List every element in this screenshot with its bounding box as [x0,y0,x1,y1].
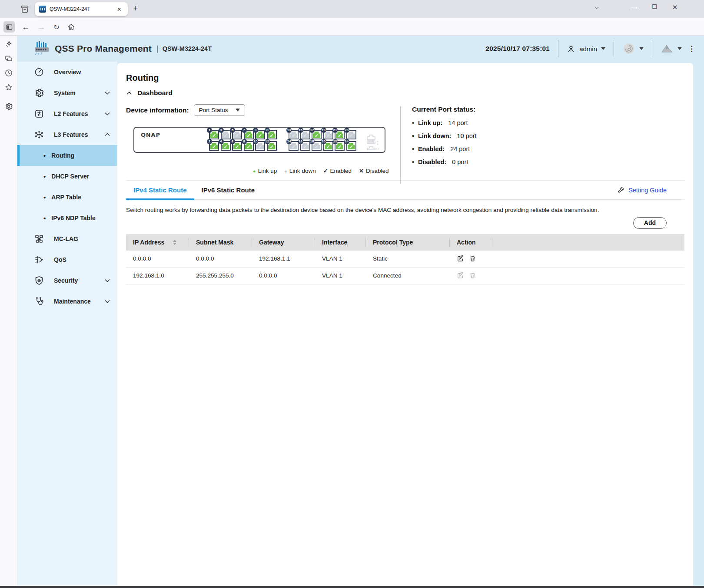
switch-port: 14 ✓ [289,141,299,151]
more-options-dots-icon[interactable]: ⋮ [688,44,695,53]
port-number-badge: 8 [242,139,247,144]
history-clock-icon[interactable] [4,69,13,77]
legend-label: Disabled [366,168,389,174]
back-button[interactable]: ← [20,21,31,33]
sidebar-item-ipv6-ndp-table[interactable]: • IPv6 NDP Table [17,208,117,228]
chevron-icon [104,131,111,138]
tab-label: IPv6 Static Route [202,186,255,194]
vertical-divider [400,106,401,184]
sidebar-item-label: Overview [54,69,81,76]
port-enabled-check-icon: ✓ [347,132,355,139]
switch-port: 22 ✓ [335,141,345,151]
window-maximize-button[interactable]: ☐ [648,3,661,10]
delete-icon[interactable] [469,272,476,279]
ai-sparkle-icon[interactable] [4,40,13,49]
sidebar-item-l3-features[interactable]: • L3 Features [17,124,117,145]
port-enabled-check-icon: ✓ [335,132,344,139]
sidebar-item-label: IPv6 NDP Table [51,215,95,221]
table-column-header-ip: IP Address [126,234,189,251]
browser-tab-strip: QSW-M3224-24T ✕ + — ☐ ✕ [0,0,704,18]
edit-icon[interactable] [457,272,464,279]
sidebar-item-label: L2 Features [54,110,88,117]
bookmarks-star-icon[interactable] [4,83,13,92]
tab-list-chevron-icon[interactable] [594,5,607,11]
add-button[interactable]: Add [633,217,667,229]
sidebar-item-qos[interactable]: • QoS [17,249,117,270]
window-minimize-button[interactable]: — [628,3,641,11]
delete-icon[interactable] [469,255,476,262]
sort-icon[interactable] [173,240,176,245]
network-tool-menu[interactable] [661,43,682,54]
port-status-select[interactable]: Port Status [194,104,245,116]
reload-button[interactable]: ↻ [51,21,62,33]
console-ports-icon [363,130,380,152]
edit-icon[interactable] [457,255,464,262]
port-status-value: 14 port [448,119,468,126]
sidebar-item-maintenance[interactable]: • Maintenance [17,291,117,312]
sidebar-item-l2-features[interactable]: • L2 Features [17,103,117,124]
switch-port: 20 ✓ [323,141,333,151]
home-button[interactable] [66,21,77,33]
port-number-badge: 16 [298,139,303,144]
sidebar-item-mc-lag[interactable]: • MC-LAG [17,228,117,249]
sidebar-item-label: Maintenance [54,298,91,305]
locate-device-menu[interactable] [622,42,644,55]
port-enabled-check-icon: ✓ [312,144,321,150]
tab-ipv6-static-route[interactable]: IPv6 Static Route [194,181,262,199]
device-name: QSW-M3224-24T [163,45,212,52]
cell-subnet-mask: 255.255.255.0 [189,272,252,279]
firefox-view-icon[interactable] [20,4,30,14]
port-enabled-check-icon: ✓ [210,132,218,139]
route-table-header: IP Address Subnet Mask Gateway Interface… [126,234,684,251]
bullet-icon: • [43,215,46,222]
sidebar-item-icon [34,129,44,140]
switch-port: 18 ✓ [312,141,322,151]
sidebar-item-icon [34,234,44,244]
chevron-icon [104,277,111,284]
forward-button[interactable]: → [36,21,47,33]
route-tabs: IPv4 Static Route IPv6 Static Route Sett… [126,181,684,200]
new-tab-button[interactable]: + [133,3,138,13]
sidebar-item-icon [34,109,44,119]
qss-logo-icon [33,41,50,56]
table-column-header-gateway: Gateway [252,234,315,251]
collapse-chevron-icon [126,90,133,96]
sidebar-item-label: DHCP Server [51,173,89,180]
sidebar-item-security[interactable]: • Security [17,270,117,291]
dashboard-label: Dashboard [137,89,173,97]
locate-menu-caret-icon [639,47,644,50]
tab-favicon-icon [39,6,46,13]
network-tool-caret-icon [677,47,682,50]
cell-protocol-type: Static [366,255,450,262]
port-status-label: Link up: [418,119,442,126]
sidebar-item-overview[interactable]: • Overview [17,62,117,83]
switch-port: 4 ✓ [221,141,231,151]
switch-port: 10 ✓ [255,141,265,151]
tab-close-icon[interactable]: ✕ [115,5,123,13]
port-status-value: 24 port [450,145,470,152]
chevron-icon [104,256,111,263]
sidebar-item-system[interactable]: • System [17,83,117,103]
tab-ipv4-static-route[interactable]: IPv4 Static Route [126,181,194,199]
cell-interface: VLAN 1 [315,272,366,279]
legend-item: ●Link up [253,168,277,174]
switch-port: 3 ✓ [221,130,231,139]
dashboard-collapse-header[interactable]: Dashboard [126,89,187,97]
window-bottom-edge [0,586,704,588]
port-enabled-check-icon: ✓ [335,144,344,150]
switch-port: 24 ✓ [346,141,356,151]
port-enabled-check-icon: ✓ [301,144,309,150]
port-status-label: Link down: [418,132,452,139]
sidebar-toggle-button[interactable] [3,21,15,33]
port-number-badge: 11 [265,128,270,133]
sidebar-item-arp-table[interactable]: • ARP Table [17,187,117,208]
setting-guide-link[interactable]: Setting Guide [618,186,667,194]
sidebar-settings-gear-icon[interactable] [4,102,13,111]
browser-tab[interactable]: QSW-M3224-24T ✕ [35,2,128,16]
user-menu[interactable]: admin [567,44,605,53]
port-status-item: • Disabled: 0 port [412,159,477,165]
sidebar-item-routing[interactable]: • Routing [17,145,117,166]
sidebar-item-dhcp-server[interactable]: • DHCP Server [17,166,117,187]
synced-tabs-icon[interactable] [4,54,13,63]
window-close-button[interactable]: ✕ [668,3,681,11]
